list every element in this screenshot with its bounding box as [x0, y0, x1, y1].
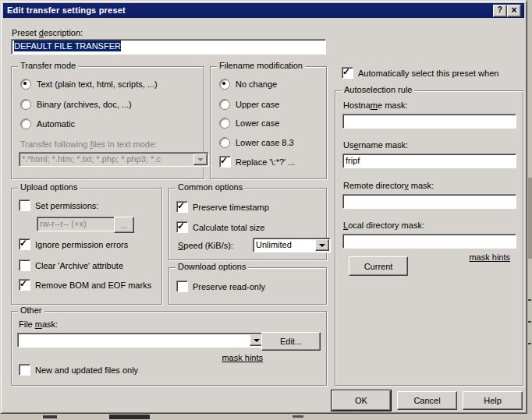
radio-label: Upper case [236, 100, 279, 109]
transfer-mode-legend: Transfer mode [18, 61, 78, 70]
file-mask-hints-link[interactable]: mask hints [176, 353, 263, 362]
checkbox-label: Remove BOM and EOF marks [35, 281, 151, 290]
radio-icon [219, 137, 230, 148]
speed-value: Unlimited [256, 240, 292, 249]
radio-icon [20, 79, 31, 90]
checkbox-label: Automatically select this preset when [358, 69, 498, 78]
ignore-permission-errors-checkbox[interactable]: ✓ Ignore permission errors [19, 238, 128, 250]
close-button[interactable]: × [507, 5, 521, 17]
set-permissions-checkbox[interactable]: ✓ Set permissions: [19, 199, 98, 211]
background-window-fragment [528, 299, 531, 301]
common-options-group: Common options ✓ Preserve timestamp ✓ Ca… [168, 188, 327, 260]
calculate-total-size-checkbox[interactable]: ✓ Calculate total size [176, 221, 264, 233]
radio-icon [219, 79, 230, 90]
checkbox-label: Set permissions: [35, 201, 98, 210]
radio-icon [219, 118, 230, 129]
preserve-read-only-checkbox[interactable]: ✓ Preserve read-only [176, 281, 265, 292]
radio-upper-case[interactable]: Upper case [219, 99, 279, 110]
checkbox-icon: ✓ [19, 199, 30, 211]
autoselection-mask-hints-link[interactable]: mask hints [446, 252, 510, 262]
close-icon: × [511, 5, 516, 16]
ellipsis-icon: ... [120, 221, 127, 230]
remote-directory-mask-label: Remote directory mask: [343, 181, 434, 190]
checkbox-icon: ✓ [19, 279, 30, 291]
checkbox-icon: ✓ [176, 281, 188, 292]
radio-lower-case-83[interactable]: Lower case 8.3 [219, 137, 294, 148]
clear-archive-checkbox[interactable]: ✓ Clear 'Archive' attribute [19, 259, 123, 271]
checkbox-label: Preserve timestamp [193, 203, 269, 212]
radio-label: Text (plain text, html, scripts, ...) [37, 79, 158, 89]
radio-label: Automatic [37, 119, 75, 129]
checkbox-icon: ✓ [19, 238, 30, 250]
checkbox-label: Replace '\:*?' ... [236, 157, 295, 167]
checkbox-label: Preserve read-only [193, 282, 265, 291]
file-mask-label: File mask: [19, 319, 58, 329]
edit-mask-button[interactable]: Edit... [261, 332, 321, 351]
remove-bom-checkbox[interactable]: ✓ Remove BOM and EOF marks [19, 279, 151, 291]
text-mode-files-label: Transfer following files in text mode: [20, 139, 157, 149]
upload-options-group: Upload options ✓ Set permissions: rw-r--… [11, 188, 162, 305]
checkbox-label: Ignore permission errors [35, 240, 128, 249]
window-title: Edit transfer settings preset [7, 5, 126, 15]
download-options-group: Download options ✓ Preserve read-only [168, 267, 327, 305]
cancel-button[interactable]: Cancel [397, 391, 457, 410]
dropdown-arrow-icon[interactable] [315, 239, 329, 251]
background-window-bottom [0, 414, 532, 420]
radio-lower-case[interactable]: Lower case [219, 118, 279, 129]
radio-text-mode[interactable]: Text (plain text, html, scripts, ...) [20, 79, 158, 90]
checkbox-icon: ✓ [19, 364, 30, 376]
background-window-fragment [293, 415, 303, 418]
checkbox-icon: ✓ [176, 221, 188, 233]
checkbox-icon: ✓ [176, 201, 188, 213]
username-mask-input[interactable]: fripf [342, 154, 516, 168]
dropdown-arrow-icon [193, 154, 207, 165]
radio-icon [219, 99, 230, 110]
radio-binary-mode[interactable]: Binary (archives, doc, ...) [20, 99, 132, 110]
radio-label: No change [236, 79, 277, 89]
radio-icon [20, 99, 31, 110]
text-mode-files-combo: *.*html; *.htm; *.txt; *.php; *.php3; *.… [19, 152, 209, 167]
edit-transfer-settings-dialog: Edit transfer settings preset ? × Preset… [0, 0, 527, 414]
radio-label: Binary (archives, doc, ...) [37, 100, 132, 109]
hostname-mask-label: Hostname mask: [343, 101, 408, 110]
preset-description-label: Preset description: [12, 28, 83, 37]
speed-combo[interactable]: Unlimited [253, 238, 331, 252]
new-and-updated-checkbox[interactable]: ✓ New and updated files only [19, 364, 138, 376]
radio-no-change[interactable]: No change [219, 79, 277, 90]
question-icon: ? [498, 5, 502, 14]
filename-modification-group: Filename modification No change Upper ca… [210, 66, 327, 179]
help-button[interactable]: Help [463, 391, 523, 410]
text-mode-files-value: *.*html; *.htm; *.txt; *.php; *.php3; *.… [22, 154, 161, 164]
other-legend: Other [18, 305, 44, 315]
selected-text: DEFAULT FILE TRANSFER [14, 41, 121, 51]
permissions-browse-button[interactable]: ... [114, 217, 134, 233]
checkbox-icon: ✓ [19, 259, 30, 271]
preserve-timestamp-checkbox[interactable]: ✓ Preserve timestamp [176, 201, 269, 213]
auto-select-preset-checkbox[interactable]: ✓ Automatically select this preset when [342, 67, 498, 79]
help-titlebar-button[interactable]: ? [493, 5, 507, 17]
preset-description-input[interactable]: DEFAULT FILE TRANSFER [11, 39, 326, 55]
local-directory-mask-input[interactable] [342, 234, 516, 249]
common-options-legend: Common options [176, 182, 245, 192]
autoselection-rule-legend: Autoselection rule [342, 85, 414, 94]
autoselection-rule-group: Autoselection rule Hostname mask: Userna… [335, 90, 523, 386]
radio-automatic-mode[interactable]: Automatic [20, 118, 75, 129]
background-window-fragment [43, 415, 57, 418]
file-mask-combo[interactable] [17, 333, 265, 348]
username-mask-label: Username mask: [343, 140, 408, 150]
current-button[interactable]: Current [349, 256, 408, 276]
checkbox-label: New and updated files only [35, 365, 138, 375]
replace-chars-checkbox[interactable]: ✓ Replace '\:*?' ... [219, 156, 295, 168]
remote-directory-mask-input[interactable] [342, 194, 516, 209]
radio-label: Lower case [236, 118, 279, 128]
background-window-fragment [528, 178, 532, 259]
other-group: Other File mask: Edit... mask hints ✓ Ne… [11, 311, 327, 386]
checkbox-label: Clear 'Archive' attribute [35, 261, 123, 270]
background-window-fragment [528, 343, 531, 344]
ok-button[interactable]: OK [332, 390, 391, 411]
background-window-fragment [109, 415, 150, 419]
title-bar[interactable]: Edit transfer settings preset ? × [3, 3, 524, 18]
permissions-value: rw-r--r-- (+x) [40, 219, 87, 228]
background-window-fragment [528, 321, 531, 323]
hostname-mask-input[interactable] [342, 114, 516, 129]
